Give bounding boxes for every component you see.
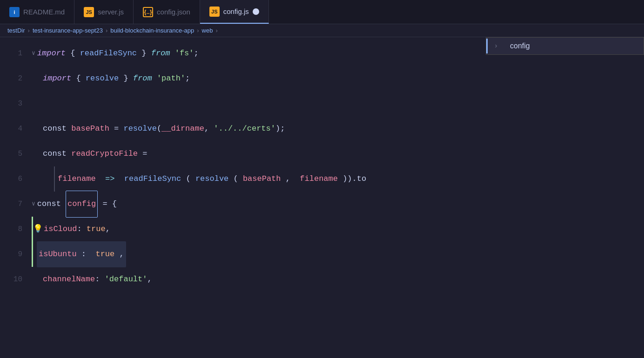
serverjs-icon: JS	[84, 7, 94, 17]
str-path: 'path'	[157, 66, 185, 91]
str-default: 'default'	[105, 267, 148, 292]
editor-main: 1 2 3 4 5 6 7 8 9 10 ∨ import { readFile…	[0, 37, 644, 356]
fn-readfilesync: readFileSync	[80, 41, 137, 66]
tab-server-js[interactable]: JS server.js	[74, 0, 134, 24]
breadcrumb-sep-3: ›	[197, 27, 199, 34]
code-line-10: channelName : 'default' ,	[32, 267, 644, 292]
breadcrumb-testdir[interactable]: testDir	[7, 27, 25, 34]
code-line-2: import { resolve } from 'path' ;	[32, 66, 644, 91]
arrow-op: =>	[101, 174, 120, 183]
tab-label-server: server.js	[98, 8, 124, 16]
prop-channelname: channelName	[43, 267, 95, 292]
line-number-1: 1	[0, 41, 22, 66]
code-line-9: isUbuntu : true ,	[32, 242, 644, 267]
breadcrumb-web[interactable]: web	[202, 27, 213, 34]
editor-area: › config 1 2 3 4 5 6 7 8 9 10 ∨ import {…	[0, 37, 644, 356]
val-true-isubuntu: true	[95, 250, 114, 259]
breadcrumb: testDir › test-insurance-app-sept23 › bu…	[0, 24, 644, 37]
readme-icon: i	[9, 7, 20, 17]
var-filename: filename	[58, 174, 96, 183]
code-content: ∨ import { readFileSync } from 'fs' ; im…	[28, 41, 644, 356]
line-number-8: 8	[0, 217, 22, 242]
breadcrumb-sep-2: ›	[106, 27, 107, 34]
fn-readfilesync-call: readFileSync	[124, 174, 181, 183]
var-filename-ref: filename	[300, 174, 338, 183]
configjs-icon: JS	[209, 7, 220, 17]
kw-const-7: const	[37, 192, 66, 217]
line-number-3: 3	[0, 91, 22, 116]
kw-import-2: import	[43, 66, 71, 91]
var-basepath: basePath	[71, 116, 109, 141]
tab-close-button[interactable]	[253, 8, 259, 15]
lightbulb-icon[interactable]: 💡	[33, 217, 43, 242]
fn-resolve-call-2: resolve	[195, 174, 228, 183]
code-line-3	[32, 91, 644, 116]
fn-resolve: resolve	[86, 66, 119, 91]
code-line-6: filename => readFileSync ( resolve ( bas…	[32, 166, 644, 192]
prop-iscloud: isCloud	[44, 217, 77, 242]
code-line-5: const readCryptoFile =	[32, 141, 644, 166]
tab-config-js[interactable]: JS config.js	[200, 0, 269, 24]
dirname: __dirname	[161, 116, 204, 141]
val-true-iscloud: true	[87, 217, 106, 242]
tab-bar: i README.md JS server.js {..} config.jso…	[0, 0, 644, 24]
kw-import-1: import	[37, 41, 66, 66]
var-config-highlight: config	[66, 191, 98, 218]
var-readcryptofile: readCryptoFile	[71, 141, 138, 166]
kw-from-2: from	[133, 66, 152, 91]
prop-isubuntu: isUbuntu	[39, 250, 77, 259]
str-certs: '../../certs'	[214, 116, 275, 141]
var-basepath-ref: basePath	[243, 174, 281, 183]
fn-resolve-call: resolve	[123, 116, 156, 141]
fold-arrow-1[interactable]: ∨	[32, 41, 35, 66]
tab-config-json[interactable]: {..} config.json	[134, 0, 200, 24]
line-number-2: 2	[0, 66, 22, 91]
fold-arrow-7[interactable]: ∨	[32, 192, 35, 217]
code-line-7: ∨ const config = {	[32, 192, 644, 217]
kw-const-5: const	[43, 141, 71, 166]
line-number-7: 7	[0, 192, 22, 217]
tab-label-config-json: config.json	[157, 8, 190, 16]
breadcrumb-sep-4: ›	[215, 27, 217, 34]
search-input[interactable]: config	[504, 38, 644, 54]
search-widget[interactable]: › config	[486, 37, 644, 55]
search-chevron-icon[interactable]: ›	[488, 38, 504, 54]
line-number-6: 6	[0, 166, 22, 192]
breadcrumb-blockchain[interactable]: build-blockchain-insurance-app	[110, 27, 194, 34]
tab-label-config-js: config.js	[223, 7, 249, 15]
line-numbers: 1 2 3 4 5 6 7 8 9 10	[0, 41, 28, 356]
breadcrumb-insurance[interactable]: test-insurance-app-sept23	[33, 27, 103, 34]
breadcrumb-sep-1: ›	[28, 27, 30, 34]
configjson-icon: {..}	[143, 7, 153, 17]
kw-from-1: from	[151, 41, 170, 66]
line-number-4: 4	[0, 116, 22, 141]
ubuntu-line-highlight: isUbuntu : true ,	[37, 241, 126, 267]
tab-readme[interactable]: i README.md	[0, 0, 74, 24]
tab-label-readme: README.md	[23, 8, 65, 16]
line-number-10: 10	[0, 267, 22, 292]
str-fs: 'fs'	[175, 41, 194, 66]
line-number-5: 5	[0, 141, 22, 166]
code-line-4: const basePath = resolve ( __dirname , '…	[32, 116, 644, 141]
kw-const-4: const	[43, 116, 71, 141]
code-line-8: 💡 isCloud : true ,	[32, 217, 644, 242]
line-number-9: 9	[0, 242, 22, 267]
